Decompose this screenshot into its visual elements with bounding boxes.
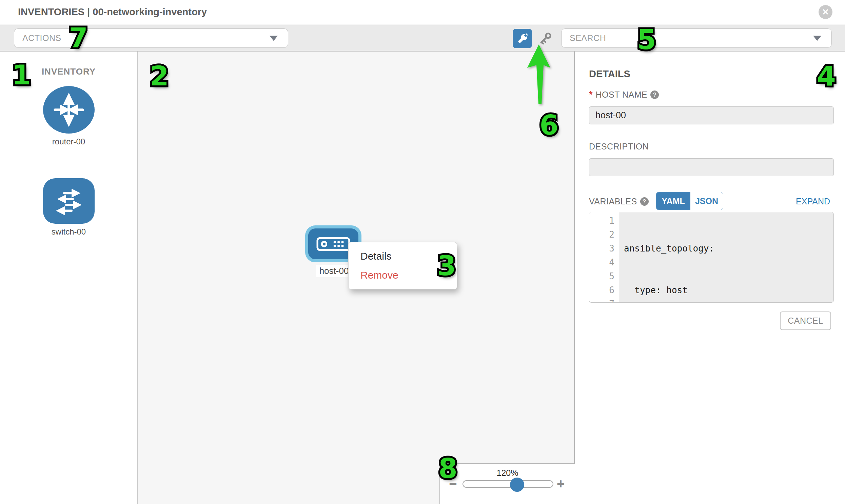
search-dropdown[interactable]: SEARCH: [561, 29, 832, 48]
cancel-button[interactable]: CANCEL: [780, 311, 831, 330]
code-line: ansible_topology:: [624, 242, 833, 255]
annotation-5: 5: [637, 24, 656, 56]
line-number: 1: [589, 214, 614, 228]
line-number: 3: [589, 242, 614, 255]
device-label: switch-00: [0, 227, 137, 237]
actions-dropdown-label: ACTIONS: [14, 33, 61, 43]
variables-code-editor[interactable]: 1 2 3 4 5 6 7 ansible_topology: type: ho…: [589, 212, 834, 303]
variables-label: VARIABLES: [589, 197, 637, 206]
sidebar-device-switch[interactable]: switch-00: [0, 178, 137, 237]
line-number: 4: [589, 255, 614, 269]
annotation-4: 4: [817, 61, 836, 92]
help-icon[interactable]: ?: [650, 90, 659, 99]
host-name-label: HOST NAME: [596, 90, 648, 100]
chevron-down-icon: [813, 36, 821, 41]
sidebar-device-router[interactable]: router-00: [0, 86, 137, 146]
host-node-label: host-00: [316, 265, 352, 277]
line-number: 6: [589, 283, 614, 297]
zoom-level-value: 120%: [440, 468, 575, 478]
zoom-in-button[interactable]: +: [557, 476, 565, 491]
topology-canvas[interactable]: host-00 Details Remove 120% − +: [138, 52, 575, 504]
inventory-topology-screen: INVENTORIES | 00-networking-inventory ✕ …: [0, 0, 845, 504]
device-label: router-00: [0, 137, 137, 146]
annotation-6: 6: [540, 109, 559, 141]
toolbar: ACTIONS SEARCH: [0, 25, 845, 52]
expand-link[interactable]: EXPAND: [796, 197, 830, 206]
description-label-row: DESCRIPTION: [589, 142, 649, 151]
chevron-down-icon: [269, 36, 278, 41]
host-name-input[interactable]: [589, 106, 834, 124]
host-name-label-row: * HOST NAME ?: [589, 89, 659, 100]
search-dropdown-label: SEARCH: [562, 33, 606, 43]
variables-format-toggle: YAML JSON: [656, 192, 723, 210]
toggle-json[interactable]: JSON: [690, 192, 723, 210]
page-title: INVENTORIES | 00-networking-inventory: [18, 0, 207, 24]
router-icon: [43, 86, 94, 133]
details-panel: DETAILS * HOST NAME ? DESCRIPTION VARIAB…: [576, 52, 845, 504]
zoom-slider-thumb[interactable]: [510, 478, 524, 492]
description-input[interactable]: [589, 158, 834, 176]
close-icon[interactable]: ✕: [818, 5, 832, 19]
line-number: 2: [589, 228, 614, 242]
annotation-8: 8: [438, 453, 457, 484]
line-number: 7: [589, 297, 614, 303]
details-panel-title: DETAILS: [589, 69, 630, 80]
code-line: type: host: [624, 283, 833, 297]
inventory-sidebar: INVENTORY router-00: [0, 52, 138, 504]
line-number: 5: [589, 269, 614, 283]
description-label: DESCRIPTION: [589, 142, 649, 151]
help-icon[interactable]: ?: [640, 197, 649, 206]
annotation-3: 3: [437, 250, 456, 282]
editor-line-numbers: 1 2 3 4 5 6 7: [589, 212, 619, 302]
annotation-2: 2: [150, 60, 169, 92]
variables-label-row: VARIABLES ?: [589, 197, 649, 206]
host-icon: [316, 237, 350, 251]
annotation-7: 7: [69, 22, 88, 54]
toggle-yaml[interactable]: YAML: [656, 192, 690, 210]
zoom-control-panel: 120% − +: [439, 463, 575, 504]
titlebar: INVENTORIES | 00-networking-inventory ✕: [0, 0, 845, 24]
switch-icon: [43, 178, 94, 224]
annotation-1: 1: [12, 59, 31, 91]
annotation-arrow-up-icon: [524, 43, 553, 106]
zoom-slider-track[interactable]: [462, 480, 553, 488]
required-asterisk: *: [589, 89, 593, 100]
editor-code-lines: ansible_topology: type: host name: host-…: [619, 212, 833, 302]
actions-dropdown[interactable]: ACTIONS: [14, 29, 288, 48]
